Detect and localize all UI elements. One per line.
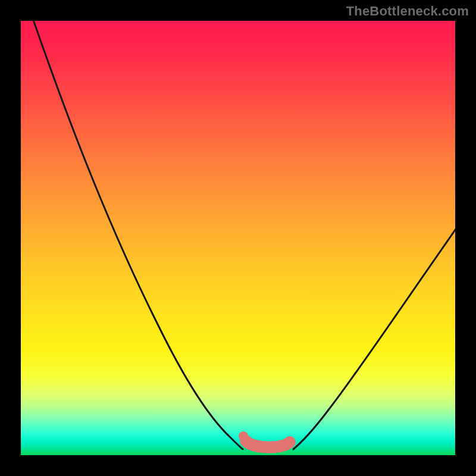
bottleneck-curve-right [293,223,455,449]
plot-area [21,21,455,455]
chart-frame: TheBottleneck.com [0,0,476,476]
optimal-zone-marker [246,441,290,447]
bottleneck-curve-left [32,21,243,449]
optimal-zone-dot [239,431,248,441]
curve-layer [21,21,455,455]
watermark-text: TheBottleneck.com [346,4,469,19]
